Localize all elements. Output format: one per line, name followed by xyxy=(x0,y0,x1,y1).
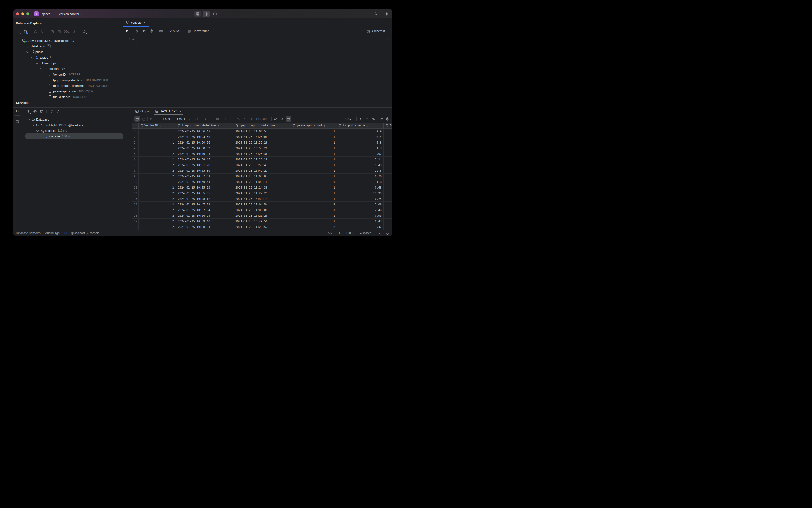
breadcrumb-item[interactable]: › Database Consoles xyxy=(16,231,41,235)
vendorid-cell[interactable]: 2 xyxy=(139,168,176,173)
grid-view-button[interactable] xyxy=(134,116,140,122)
dropoff-datetime-cell[interactable]: 2024-01-25 10:35:28 xyxy=(233,140,291,145)
dropoff-datetime-cell[interactable]: 2024-01-25 10:39:19 xyxy=(233,196,291,202)
refresh-button[interactable] xyxy=(33,29,38,35)
vendorid-cell[interactable]: 2 xyxy=(139,190,176,196)
expand-all-button[interactable] xyxy=(49,109,54,114)
table-row[interactable]: 2 1 2024-01-25 10:23:50 2024-01-25 10:26… xyxy=(132,134,393,140)
next-page-button[interactable] xyxy=(187,116,193,122)
readonly-toggle[interactable] xyxy=(377,231,380,235)
datasource-properties-button[interactable] xyxy=(22,29,28,35)
funnel-icon[interactable] xyxy=(366,124,369,127)
export-data-button[interactable] xyxy=(358,116,363,122)
dropoff-datetime-cell[interactable]: 2024-01-25 10:49:56 xyxy=(233,219,291,224)
rate-cell[interactable] xyxy=(384,224,393,229)
submit-changes-button[interactable] xyxy=(242,116,247,122)
pickup-datetime-cell[interactable]: 2024-01-25 10:58:45 xyxy=(176,157,233,162)
tab-taxi-trips[interactable]: TAXI_TRIPS xyxy=(152,108,185,115)
chevron-down-icon[interactable] xyxy=(21,45,25,48)
chevron-down-icon[interactable] xyxy=(36,129,39,132)
dropoff-datetime-cell[interactable]: 2024-01-25 11:04:54 xyxy=(233,202,291,207)
chevron-down-icon[interactable] xyxy=(17,39,20,42)
funnel-icon[interactable] xyxy=(217,124,220,127)
sort-arrows-icon[interactable] xyxy=(379,124,382,127)
vendorid-cell[interactable]: 2 xyxy=(139,174,176,179)
table-row[interactable]: 15 2 2024-01-25 10:37:04 2024-01-25 11:0… xyxy=(132,207,393,213)
last-page-button[interactable] xyxy=(194,116,199,122)
dropoff-datetime-cell[interactable]: 2024-01-25 11:16:19 xyxy=(233,157,291,162)
rate-cell[interactable] xyxy=(384,185,393,190)
trip-distance-cell[interactable]: 18.6 xyxy=(337,168,384,173)
table-row[interactable]: 8 2 2024-01-25 10:03:50 2024-01-25 10:42… xyxy=(132,168,393,174)
search-everywhere-button[interactable] xyxy=(373,11,379,17)
breadcrumb-item[interactable]: › console xyxy=(85,231,99,235)
close-icon[interactable] xyxy=(179,110,182,113)
column-header[interactable]: trip_distance xyxy=(337,123,384,128)
close-icon[interactable] xyxy=(143,21,146,24)
rate-cell[interactable] xyxy=(384,190,393,196)
dropoff-datetime-cell[interactable]: 2024-01-25 11:06:57 xyxy=(233,129,291,134)
column-header[interactable]: passenger_count xyxy=(291,123,337,128)
pickup-datetime-cell[interactable]: 2024-01-25 10:55:35 xyxy=(176,190,233,196)
find-in-grid-button[interactable] xyxy=(279,116,285,122)
disconnect-button[interactable] xyxy=(39,29,45,35)
rate-cell[interactable] xyxy=(384,145,393,151)
trip-distance-cell[interactable]: 2.46 xyxy=(337,207,384,213)
trip-distance-cell[interactable]: 0.8 xyxy=(337,140,384,145)
rate-cell[interactable] xyxy=(384,174,393,179)
passenger-count-cell[interactable]: 1 xyxy=(291,134,337,139)
passenger-count-cell[interactable]: 1 xyxy=(291,145,337,151)
dropoff-datetime-cell[interactable]: 2024-01-25 10:26:08 xyxy=(233,134,291,139)
pickup-datetime-cell[interactable]: 2024-01-25 10:36:47 xyxy=(176,129,233,134)
pickup-datetime-cell[interactable]: 2024-01-25 10:39:40 xyxy=(176,219,233,224)
add-row-button[interactable] xyxy=(222,116,228,122)
tree-item[interactable]: passenger_count BIGINT(19) xyxy=(13,88,121,94)
column-header[interactable]: VendorID xyxy=(139,123,176,128)
new-datasource-button[interactable] xyxy=(16,29,21,35)
sort-arrows-icon[interactable] xyxy=(229,124,232,127)
dropoff-datetime-cell[interactable]: 2024-01-25 11:03:07 xyxy=(233,174,291,179)
jump-to-console-button[interactable] xyxy=(72,29,77,35)
indent-indicator[interactable]: 4 spaces xyxy=(360,231,371,235)
vendorid-cell[interactable]: 2 xyxy=(139,213,176,218)
vendorid-cell[interactable]: 2 xyxy=(139,207,176,213)
caret-position[interactable]: 1:26 xyxy=(326,231,332,235)
pickup-datetime-cell[interactable]: 2024-01-25 10:40:41 xyxy=(176,179,233,184)
vendorid-cell[interactable]: 2 xyxy=(139,162,176,168)
tx-toggle-button[interactable]: Tx xyxy=(15,110,19,113)
stop-query-button[interactable] xyxy=(215,116,220,122)
passenger-count-cell[interactable]: 1 xyxy=(291,157,337,162)
maximize-window-button[interactable] xyxy=(27,12,29,15)
reload-data-button[interactable] xyxy=(201,116,207,122)
vendorid-cell[interactable]: 1 xyxy=(139,129,176,134)
sort-arrows-icon[interactable] xyxy=(333,124,335,127)
table-row[interactable]: 9 2 2024-01-25 10:57:31 2024-01-25 11:03… xyxy=(132,174,393,179)
rate-cell[interactable] xyxy=(384,129,393,134)
trip-distance-cell[interactable]: 9.49 xyxy=(337,162,384,168)
rate-cell[interactable] xyxy=(384,168,393,173)
table-row[interactable]: 7 2 2024-01-25 10:31:28 2024-01-25 10:55… xyxy=(132,162,393,168)
pickup-datetime-cell[interactable]: 2024-01-25 10:58:21 xyxy=(176,224,233,229)
passenger-count-cell[interactable]: 1 xyxy=(291,174,337,179)
trip-distance-cell[interactable]: 1.3 xyxy=(337,145,384,151)
vendorid-cell[interactable]: 2 xyxy=(139,224,176,229)
tree-item[interactable]: VendorID INTEGER xyxy=(13,72,121,77)
passenger-count-cell[interactable]: 2 xyxy=(291,224,337,229)
revert-changes-button[interactable] xyxy=(235,116,241,122)
vendorid-cell[interactable]: 1 xyxy=(139,179,176,184)
funnel-icon[interactable] xyxy=(159,124,162,127)
pickup-datetime-cell[interactable]: 2024-01-25 10:47:21 xyxy=(176,202,233,207)
rate-cell[interactable] xyxy=(384,134,393,139)
trip-distance-cell[interactable]: 1.07 xyxy=(337,151,384,157)
tree-item[interactable]: tpep_pickup_datetime TIMESTAMP(26,6) xyxy=(13,77,121,83)
passenger-count-cell[interactable]: 2 xyxy=(291,202,337,207)
chevron-down-icon[interactable] xyxy=(26,50,30,54)
explain-plan-button[interactable] xyxy=(141,28,147,34)
breadcrumb-item[interactable]: › Arrow Flight JDBC - @localhost xyxy=(41,231,85,235)
chart-view-button[interactable] xyxy=(141,116,146,122)
line-ending-indicator[interactable]: LF xyxy=(337,231,341,235)
trip-distance-cell[interactable]: 1.14 xyxy=(337,157,384,162)
dropoff-datetime-cell[interactable]: 2024-01-25 10:42:27 xyxy=(233,168,291,173)
tx-mode-selector[interactable]: Tx: Auto xyxy=(168,29,182,33)
table-row[interactable]: 5 2 2024-01-25 10:10:24 2024-01-25 10:23… xyxy=(132,151,393,157)
